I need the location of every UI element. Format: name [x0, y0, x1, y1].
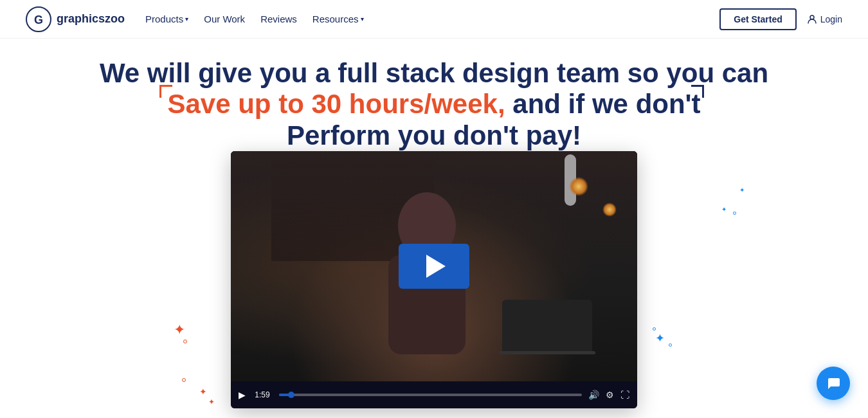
video-control-icons: 🔊 ⚙ ⛶ [588, 390, 629, 400]
svg-rect-5 [502, 300, 592, 354]
progress-indicator [288, 392, 294, 398]
laptop [496, 296, 599, 354]
light-orb [569, 177, 588, 196]
nav-links: Products ▾ Our Work Reviews Resources ▾ [145, 14, 364, 24]
nav-left: G graphicszoo Products ▾ Our Work Review… [26, 6, 364, 32]
svg-text:G: G [34, 13, 43, 26]
nav-item-our-work[interactable]: Our Work [204, 14, 245, 24]
chevron-down-icon: ▾ [185, 15, 188, 23]
logo[interactable]: G graphicszoo [26, 6, 125, 32]
chat-icon [826, 376, 841, 391]
video-controls: ▶ 1:59 🔊 ⚙ ⛶ [231, 381, 637, 408]
get-started-nav-button[interactable]: Get Started [719, 8, 796, 30]
nav-item-resources[interactable]: Resources ▾ [312, 14, 364, 24]
volume-icon[interactable]: 🔊 [588, 390, 599, 400]
navigation: G graphicszoo Products ▾ Our Work Review… [0, 0, 868, 39]
fullscreen-icon[interactable]: ⛶ [620, 390, 629, 400]
sparkle-decoration: ✦ [208, 395, 215, 407]
hero-headline: We will give you a full stack design tea… [13, 58, 855, 151]
hero-section: We will give you a full stack design tea… [0, 39, 868, 418]
video-play-button[interactable]: ▶ [239, 390, 246, 400]
dot-decoration [182, 373, 186, 385]
corner-bracket-tr [691, 85, 704, 98]
dot-decoration [653, 322, 656, 333]
video-progress-bar[interactable] [279, 394, 582, 396]
dot-decoration [733, 206, 736, 217]
chevron-down-icon: ▾ [361, 15, 364, 23]
svg-rect-6 [499, 351, 595, 354]
dot-decoration [183, 334, 187, 346]
play-triangle-icon [426, 255, 446, 278]
user-icon [807, 14, 817, 24]
nav-item-products[interactable]: Products ▾ [145, 14, 188, 24]
sparkle-decoration: ✦ [199, 386, 207, 397]
chat-widget[interactable] [817, 367, 850, 400]
corner-bracket-tl [159, 85, 172, 98]
nav-right: Get Started Login [719, 8, 842, 30]
video-thumbnail [231, 151, 637, 381]
logo-text: graphicszoo [57, 12, 125, 26]
video-player[interactable]: ▶ 1:59 🔊 ⚙ ⛶ [231, 151, 637, 408]
svg-point-2 [810, 15, 814, 19]
play-button[interactable] [399, 244, 469, 289]
login-button[interactable]: Login [807, 14, 842, 24]
settings-icon[interactable]: ⚙ [606, 390, 614, 400]
sparkle-decoration: ✦ [655, 331, 665, 345]
dot-decoration [669, 338, 672, 349]
sparkle-decoration: ✦ [721, 203, 727, 214]
video-time: 1:59 [252, 390, 273, 399]
logo-icon: G [26, 6, 51, 32]
sparkle-decoration: ✦ [174, 322, 185, 338]
nav-item-reviews[interactable]: Reviews [260, 14, 297, 24]
sparkle-decoration: ✦ [739, 183, 745, 195]
